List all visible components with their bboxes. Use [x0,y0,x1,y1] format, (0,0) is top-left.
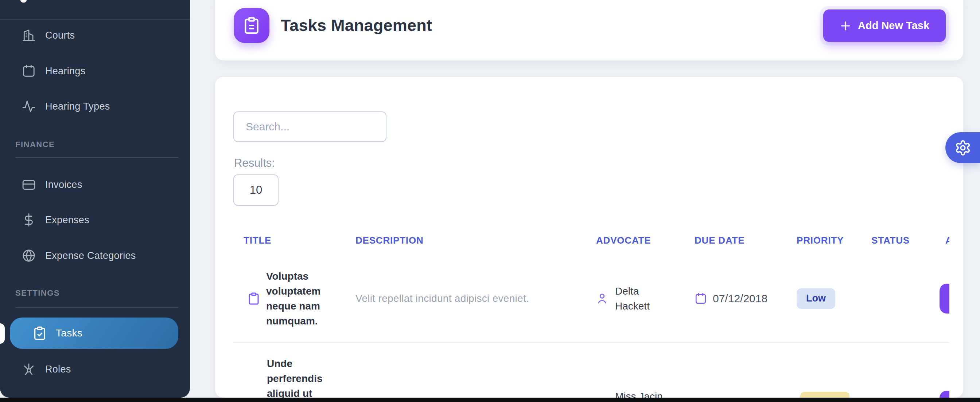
logo-mark-partial [21,0,27,3]
page-title: Tasks Management [281,0,432,60]
sidebar-section-finance: FINANCE [15,140,55,149]
active-item-indicator [0,323,5,344]
roles-icon [22,362,36,376]
column-header-advocate[interactable]: ADVOCATE [596,235,695,246]
column-header-priority[interactable]: PRIORITY [797,235,871,246]
add-new-task-button[interactable]: Add New Task [823,9,946,42]
page-background: Courts Hearings Hearing Types FINANCE In… [0,0,980,397]
divider [15,307,178,308]
sidebar: Courts Hearings Hearing Types FINANCE In… [0,0,190,397]
plus-icon [840,20,851,32]
status-cell [871,343,939,397]
page-header-card: Tasks Management Add New Task [215,0,963,60]
sidebar-item-label: Expenses [45,214,89,226]
sidebar-item-label: Expense Categories [45,250,136,261]
calendar-icon [695,293,707,305]
column-header-title[interactable]: TITLE [233,235,355,246]
sidebar-item-label: Hearing Types [45,101,110,112]
column-header-actions-clipped: A [939,235,950,246]
task-description: Velit repellat incidunt adipisci eveniet… [355,293,529,304]
sidebar-item-expenses[interactable]: Expenses [0,209,190,231]
settings-customizer-button[interactable] [945,132,980,163]
sidebar-item-label: Tasks [56,328,83,339]
activity-icon [22,100,36,113]
tasks-table-card: Results: 10 TITLE DESCRIPTION ADVOCATE D… [215,77,963,397]
sidebar-item-invoices[interactable]: Invoices [0,173,190,196]
task-advocate: Delta Hackett [615,284,662,313]
divider [0,19,190,20]
window-bottom-edge [0,397,980,402]
clipboard-check-icon [32,326,47,340]
table-row[interactable]: Unde perferendis aliquid ut Miss Jacin [233,343,950,397]
results-label: Results: [234,157,275,170]
clipboard-icon [247,292,260,305]
dollar-icon [22,213,36,227]
sidebar-item-tasks[interactable]: Tasks [10,318,178,349]
task-due-date: 07/12/2018 [713,293,767,305]
gear-icon [955,139,971,156]
sidebar-item-hearings[interactable]: Hearings [0,60,190,82]
results-per-page-select[interactable]: 10 [233,174,278,206]
sidebar-item-roles[interactable]: Roles [0,358,190,380]
status-pill-clipped[interactable] [940,391,950,397]
status-pill-clipped[interactable] [940,284,950,313]
sidebar-item-label: Hearings [45,65,85,77]
search-input[interactable] [233,111,387,142]
sidebar-item-expense-categories[interactable]: Expense Categories [0,244,190,267]
credit-card-icon [22,178,36,192]
column-header-description[interactable]: DESCRIPTION [355,235,596,246]
sidebar-item-label: Courts [45,30,75,41]
task-title: Voluptas voluptatem neque nam numquam. [266,269,337,328]
user-icon [596,292,609,305]
sidebar-section-settings: SETTINGS [15,288,60,298]
task-advocate: Miss Jacin [596,391,663,397]
sidebar-item-courts[interactable]: Courts [0,24,190,47]
sidebar-item-label: Invoices [45,179,82,190]
priority-badge: Low [797,288,835,309]
column-header-status[interactable]: STATUS [871,235,939,246]
status-cell [871,255,939,342]
column-header-due-date[interactable]: DUE DATE [695,235,797,246]
building-icon [22,28,36,42]
divider [15,157,178,158]
calendar-icon [22,64,36,78]
priority-badge-clipped [800,392,850,397]
task-title: Unde perferendis aliquid ut [267,356,338,397]
sidebar-item-hearing-types[interactable]: Hearing Types [0,95,190,118]
table-header-row: TITLE DESCRIPTION ADVOCATE DUE DATE PRIO… [233,226,950,255]
clipboard-icon [234,8,269,43]
globe-icon [22,249,36,263]
tasks-table: TITLE DESCRIPTION ADVOCATE DUE DATE PRIO… [233,226,950,397]
sidebar-item-label: Roles [45,364,71,375]
add-new-task-label: Add New Task [858,20,929,32]
table-row[interactable]: Voluptas voluptatem neque nam numquam. V… [233,255,950,343]
